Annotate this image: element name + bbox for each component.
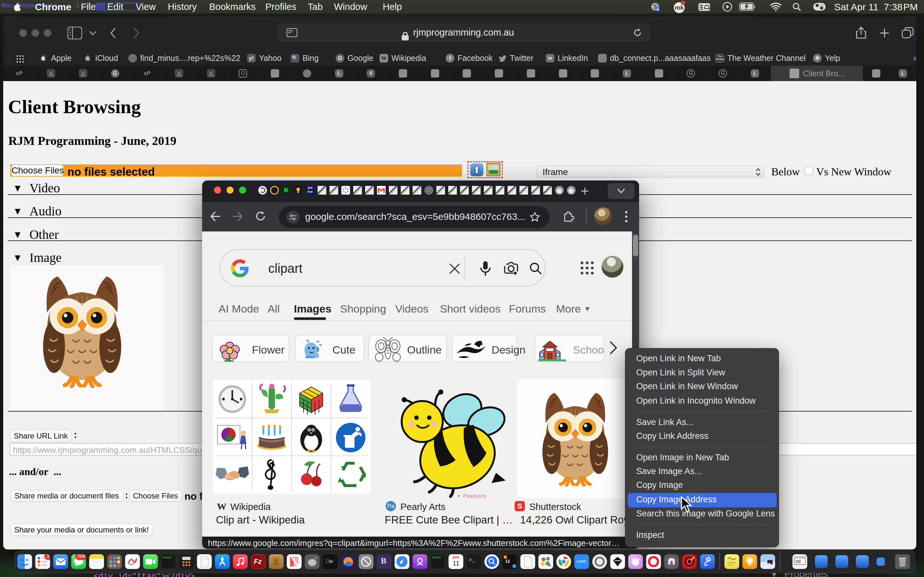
svg-text:Pearlyarts: Pearlyarts	[463, 493, 486, 499]
svg-text:●: ●	[457, 493, 460, 498]
